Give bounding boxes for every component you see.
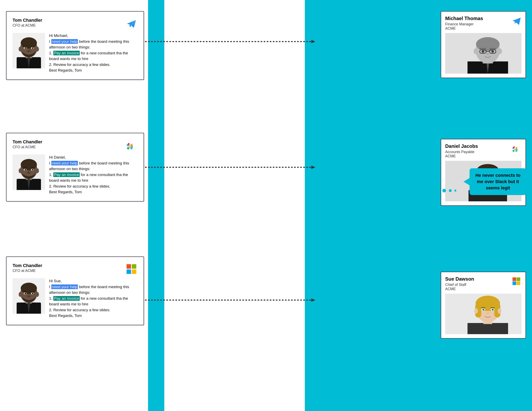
recipient-2-title: Accounts Payable [445,150,478,154]
svg-point-122 [435,188,439,193]
closing-3: Best Regards, Tom [49,313,138,319]
email-card-1: Tom Chandler CFO at ACME [6,11,144,80]
svg-rect-47 [132,270,136,274]
recipient-1-name: Michael Thomas [445,16,483,21]
highlight-pay-invoice-2: Pay an invoice [53,172,80,177]
arrow-1 [145,39,322,44]
item1-line-2: 1. Pay an invoice for a new consultant t… [49,172,138,184]
svg-point-62 [32,293,33,294]
main-container: Tom Chandler CFO at ACME [0,0,532,411]
speech-bubble-text: He never connects to me over Slack but i… [475,173,521,190]
recipient-card-3: Sue Dawson Chief of Staff ACME [441,272,526,339]
svg-rect-93 [512,148,514,149]
highlight-pay-invoice-3: Pay an invoice [53,296,80,301]
email-body-1: Hi Michael, I need your help before the … [49,33,138,73]
svg-marker-70 [513,18,521,25]
greeting-3: Hi Sue, [49,278,138,284]
recipient-2-company: ACME [445,154,478,158]
item2-line-1: 2. Review for accuracy a few slides. [49,62,138,68]
greeting-2: Hi Daniel, [49,155,138,160]
svg-rect-45 [132,264,136,269]
sender-name-3: Tom Chandler [13,263,42,268]
recipient-1-photo [445,33,522,74]
svg-point-78 [476,37,500,51]
email-content-area-1: Hi Michael, I need your help before the … [13,33,138,73]
telegram-icon [125,18,138,30]
svg-marker-67 [311,166,315,169]
sender-info-2: Tom Chandler CFO at ACME [13,139,42,149]
svg-rect-46 [127,270,131,274]
svg-point-124 [449,189,452,192]
highlight-pay-invoice-1: Pay an invoice [53,51,80,55]
recipient-2-name: Daniel Jacobs [445,143,478,149]
sender-name-1: Tom Chandler [13,18,42,23]
recipient-3-photo [445,294,522,334]
speech-bubble: He never connects to me over Slack but i… [470,168,526,195]
email-card-2-header: Tom Chandler CFO at ACME [13,139,138,151]
recipient-1-title: Finance Manager [445,22,483,26]
email-content-area-2: Hi Daniel, I need your help before the b… [13,155,138,195]
svg-rect-27 [127,145,129,146]
closing-1: Best Regards, Tom [49,67,138,73]
svg-rect-105 [513,277,516,281]
body-line-2: I need your help before the board meetin… [49,160,138,172]
svg-point-79 [474,48,478,54]
item2-line-3: 2. Review for accuracy a few slides. [49,307,138,313]
speech-bubble-dots [435,182,459,199]
recipient-1-company: ACME [445,26,483,31]
svg-point-58 [36,292,39,297]
recipient-2-channel-icon [511,143,522,154]
sender-title-2: CFO at ACME [13,145,42,149]
microsoft-icon [125,263,138,275]
email-card-3-header: Tom Chandler CFO at ACME [13,263,138,275]
svg-rect-44 [127,264,131,269]
svg-point-120 [482,308,484,311]
arrow-3 [145,298,322,302]
svg-point-17 [25,47,26,49]
svg-point-123 [442,189,446,192]
recipient-1-channel-icon [511,16,522,27]
recipient-card-1: Michael Thomas Finance Manager ACME [441,11,526,78]
svg-marker-0 [127,20,136,28]
highlight-need-help-1: need your help [51,39,78,44]
svg-point-37 [19,168,22,173]
svg-marker-69 [311,299,315,302]
svg-point-116 [474,308,478,314]
svg-rect-107 [513,281,516,285]
svg-point-125 [454,190,456,192]
svg-rect-106 [517,277,520,281]
svg-point-56 [21,283,37,294]
recipient-3-company: ACME [445,287,474,291]
svg-point-42 [32,169,33,170]
body-line-1: I need your help before the board meetin… [49,39,138,50]
email-body-2: Hi Daniel, I need your help before the b… [49,155,138,195]
sender-title-1: CFO at ACME [13,23,42,28]
email-content-area-3: Hi Sue, I need your help before the boar… [13,278,138,319]
svg-point-14 [36,47,39,52]
slack-icon [125,139,138,151]
svg-marker-65 [311,40,315,43]
closing-2: Best Regards, Tom [49,189,138,195]
arrow-2 [145,165,322,169]
sender-name-2: Tom Chandler [13,139,42,145]
svg-point-84 [482,50,484,53]
recipient-3-title: Chief of Staff [445,283,474,287]
item1-line-3: 1. Pay an invoice for a new consultant t… [49,296,138,307]
svg-point-121 [492,308,494,311]
sender-title-3: CFO at ACME [13,269,42,273]
svg-point-57 [19,292,22,297]
svg-point-41 [25,169,26,170]
left-cyan-strip [148,0,164,411]
svg-point-18 [32,47,33,49]
svg-point-85 [491,50,494,53]
svg-point-13 [19,47,22,52]
recipient-3-info: Sue Dawson Chief of Staff ACME [445,276,474,291]
svg-rect-110 [467,323,508,334]
sender-info-1: Tom Chandler CFO at ACME [13,18,42,28]
svg-rect-22 [127,147,129,149]
item2-line-2: 2. Review for accuracy a few slides. [49,184,138,189]
recipient-card-3-header: Sue Dawson Chief of Staff ACME [445,276,522,291]
svg-rect-88 [513,150,514,152]
recipient-card-2-header: Daniel Jacobs Accounts Payable ACME [445,143,522,158]
svg-point-36 [21,159,37,170]
